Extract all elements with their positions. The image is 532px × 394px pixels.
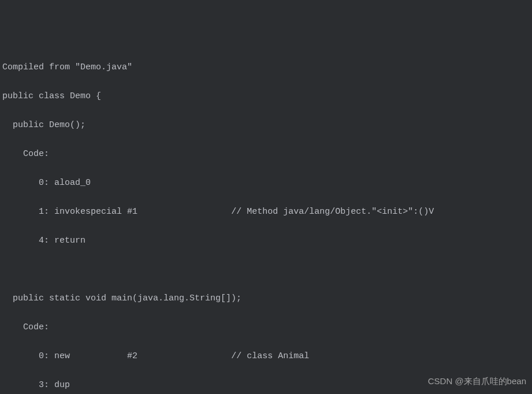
- blank-line: [2, 262, 530, 277]
- op: aload_0: [54, 178, 91, 188]
- main-signature: public static void main(java.lang.String…: [2, 291, 530, 306]
- comment: // Method java/lang/Object."<init>":()V: [231, 207, 434, 217]
- class-declaration: public class Demo {: [2, 89, 530, 103]
- compiled-from: Compiled from "Demo.java": [2, 60, 530, 75]
- ctor-code-label: Code:: [2, 147, 530, 161]
- comment: // class Animal: [231, 351, 309, 361]
- idx: 1:: [2, 207, 49, 217]
- ctor-instr-0: 0: aload_0: [2, 176, 530, 190]
- idx: 0:: [2, 351, 49, 361]
- ctor-instr-4: 4: return: [2, 233, 530, 248]
- idx: 3:: [2, 380, 49, 390]
- op: return: [54, 236, 85, 246]
- op: invokespecial: [54, 207, 122, 217]
- idx: 4:: [2, 236, 49, 246]
- arg: #2: [127, 351, 137, 361]
- op: new: [54, 351, 70, 361]
- idx: 0:: [2, 178, 49, 188]
- arg: #1: [127, 207, 137, 217]
- ctor-instr-1: 1: invokespecial #1 // Method java/lang/…: [2, 205, 530, 219]
- op: dup: [54, 380, 70, 390]
- main-code-label: Code:: [2, 320, 530, 334]
- ctor-signature: public Demo();: [2, 118, 530, 132]
- main-instr-0: 0: new #2 // class Animal: [2, 349, 530, 363]
- watermark: CSDN @来自爪哇的bean: [428, 374, 526, 388]
